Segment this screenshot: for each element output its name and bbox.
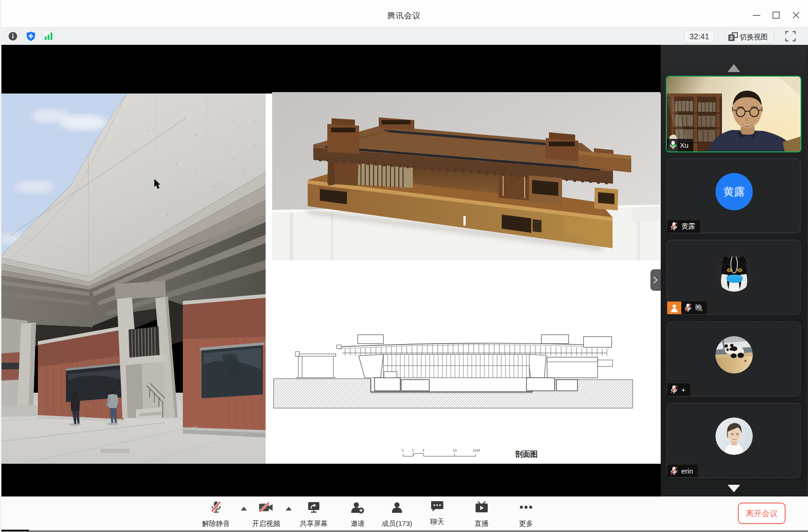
svg-text:2: 2 [412, 448, 414, 453]
svg-text:剖面图: 剖面图 [515, 450, 538, 458]
svg-text:10: 10 [453, 448, 457, 453]
svg-text:20M: 20M [473, 448, 480, 453]
svg-text:4: 4 [422, 448, 425, 453]
svg-text:0: 0 [402, 448, 404, 453]
